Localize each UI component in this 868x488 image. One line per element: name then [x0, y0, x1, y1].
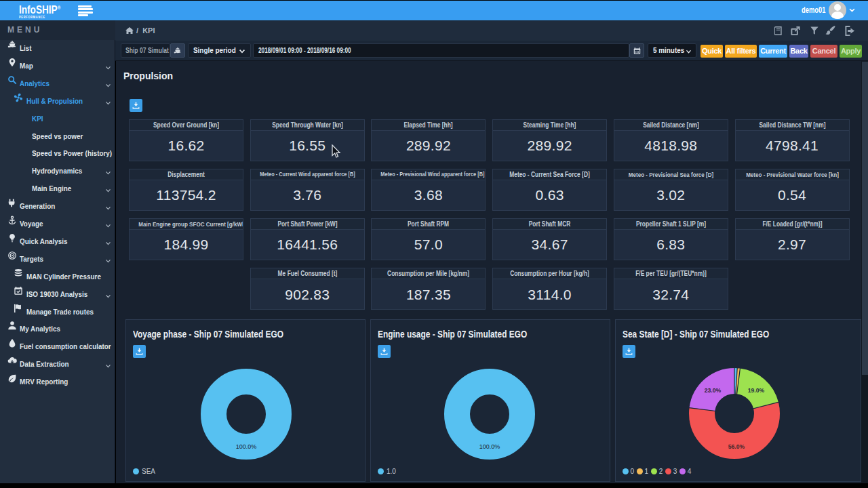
svg-text:100.0%: 100.0%: [479, 443, 500, 450]
svg-text:56.0%: 56.0%: [728, 443, 745, 450]
svg-text:19.0%: 19.0%: [748, 387, 765, 394]
svg-text:100.0%: 100.0%: [236, 443, 257, 450]
svg-text:23.0%: 23.0%: [705, 387, 722, 394]
